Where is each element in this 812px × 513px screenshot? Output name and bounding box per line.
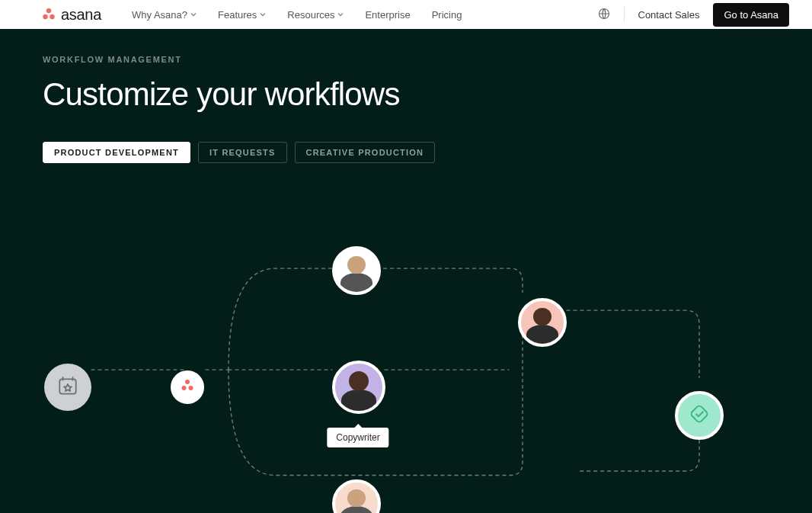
svg-point-1 [43, 14, 47, 19]
svg-point-0 [46, 8, 51, 13]
brand[interactable]: asana [41, 6, 101, 24]
chevron-down-icon [260, 11, 266, 18]
globe-icon [598, 8, 610, 22]
role-tooltip: Copywriter [327, 428, 388, 447]
nav-item-resources[interactable]: Resources [287, 9, 344, 21]
nav-item-label: Pricing [432, 9, 462, 21]
hub-node[interactable] [171, 370, 204, 404]
avatar-side[interactable] [518, 298, 567, 347]
eyebrow: WORKFLOW MANAGEMENT [43, 55, 769, 64]
nav-item-label: Enterprise [365, 9, 410, 21]
go-to-asana-button[interactable]: Go to Asana [713, 3, 789, 27]
chevron-down-icon [190, 11, 197, 18]
nav-item-why-asana[interactable]: Why Asana? [132, 9, 197, 21]
svg-rect-4 [59, 379, 75, 393]
calendar-star-icon [56, 374, 79, 400]
brand-text: asana [61, 6, 101, 24]
avatar-placeholder-icon [335, 364, 382, 411]
nav-item-label: Why Asana? [132, 9, 187, 21]
hero: WORKFLOW MANAGEMENT Customize your workf… [0, 29, 812, 513]
connector-lines [0, 178, 812, 513]
avatar-top[interactable] [332, 246, 381, 295]
contact-sales-link[interactable]: Contact Sales [638, 9, 700, 21]
tab-product-development[interactable]: PRODUCT DEVELOPMENT [43, 142, 190, 163]
nav-right: Contact Sales Go to Asana [598, 3, 790, 27]
avatar-placeholder-icon [521, 301, 564, 344]
avatar-placeholder-icon [335, 483, 378, 513]
divider [624, 7, 625, 22]
nav-item-features[interactable]: Features [218, 9, 266, 21]
svg-rect-8 [690, 405, 708, 423]
nav-item-pricing[interactable]: Pricing [432, 9, 462, 21]
language-button[interactable] [598, 8, 610, 21]
asana-logo-icon [180, 378, 195, 396]
asana-logo-icon [41, 7, 56, 22]
avatar-placeholder-icon [335, 249, 378, 292]
end-node[interactable] [675, 391, 724, 440]
svg-point-2 [50, 14, 54, 19]
nav-links: Why Asana? Features Resources Enterprise… [132, 9, 462, 21]
workflow-tabs: PRODUCT DEVELOPMENT IT REQUESTS CREATIVE… [43, 142, 769, 163]
page-title: Customize your workflows [43, 76, 769, 113]
chevron-down-icon [337, 11, 344, 18]
top-nav: asana Why Asana? Features Resources Ente… [0, 0, 812, 29]
nav-item-label: Features [218, 9, 257, 21]
avatar-center[interactable] [332, 361, 385, 414]
nav-item-enterprise[interactable]: Enterprise [365, 9, 410, 21]
nav-item-label: Resources [287, 9, 334, 21]
svg-point-6 [182, 386, 187, 390]
svg-point-7 [189, 386, 193, 390]
workflow-diagram: Copywriter [0, 178, 812, 513]
start-node[interactable] [44, 364, 91, 411]
check-diamond-icon [688, 402, 711, 428]
tab-it-requests[interactable]: IT REQUESTS [198, 142, 287, 163]
svg-point-5 [185, 380, 190, 384]
tab-creative-production[interactable]: CREATIVE PRODUCTION [295, 142, 436, 163]
